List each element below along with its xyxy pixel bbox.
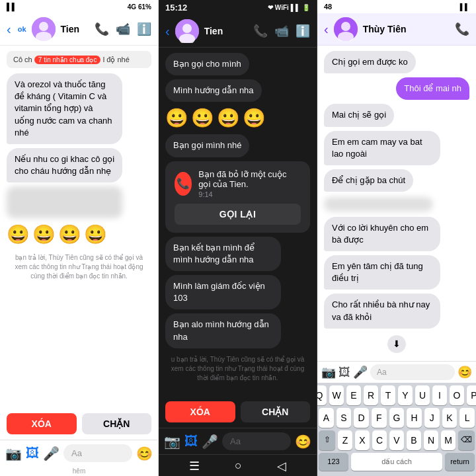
left-video-icon[interactable]: 📹	[116, 22, 130, 36]
key-shift[interactable]: ⇧	[319, 430, 335, 450]
center-photo-icon[interactable]: 🖼	[184, 434, 198, 449]
left-text-input[interactable]: Aa	[63, 444, 132, 462]
key-b[interactable]: B	[407, 430, 421, 450]
key-r[interactable]: R	[364, 385, 378, 405]
left-messages-area: Cô ch 7 tin nhắn chưa đọc l độ nhé Và or…	[0, 46, 158, 409]
center-contact-name: Tien	[204, 26, 223, 36]
key-j[interactable]: J	[424, 408, 440, 428]
center-panel: 15:12 ❤ WiFi ▌▌ 🔋 ‹ Tien 📞 📹 ℹ️ B	[159, 0, 317, 476]
left-status-bar: ▌▌ 4G 61%	[0, 0, 158, 13]
key-backspace[interactable]: ⌫	[458, 430, 475, 450]
center-delete-btn[interactable]: XÓA	[165, 401, 235, 422]
center-action-buttons: XÓA CHẶN	[159, 397, 317, 428]
right-mic-icon[interactable]: 🎤	[353, 365, 368, 379]
center-text-input[interactable]: Aa	[222, 432, 291, 450]
key-s[interactable]: S	[337, 408, 352, 428]
key-y[interactable]: Y	[398, 385, 413, 405]
key-a[interactable]: A	[319, 408, 334, 428]
left-panel: ▌▌ 4G 61% ‹ ok Tien 📞 📹 ℹ️ Cô ch	[0, 0, 159, 476]
key-p[interactable]: P	[467, 385, 476, 405]
key-u[interactable]: U	[415, 385, 430, 405]
keyboard-row-2: A S D F G H J K L	[319, 408, 475, 428]
key-o[interactable]: O	[450, 385, 464, 405]
center-msg-9: Bạn alo mình hướng dẫn nha	[165, 313, 281, 348]
right-emoji-icon[interactable]: 😊	[457, 365, 472, 379]
center-video-icon[interactable]: 📹	[274, 24, 289, 38]
center-notice: u bạn trả lời, Thùy Tiên cũng sẽ có thể …	[165, 352, 310, 385]
svg-point-7	[341, 22, 350, 31]
key-v[interactable]: V	[389, 430, 404, 450]
right-photo-icon[interactable]: 🖼	[338, 366, 350, 379]
key-w[interactable]: W	[329, 385, 344, 405]
left-emoji-icon[interactable]: 😊	[136, 446, 153, 461]
left-camera-icon[interactable]: 📷	[5, 446, 22, 461]
right-back-button[interactable]: ‹	[324, 22, 329, 37]
key-h[interactable]: H	[407, 408, 422, 428]
back-label: ok	[18, 25, 26, 33]
center-msg-4: Bạn gọi mình nhé	[165, 134, 249, 157]
left-bottom-indicator: hêm	[0, 466, 158, 476]
key-c[interactable]: C	[372, 430, 387, 450]
key-t[interactable]: T	[381, 385, 395, 405]
center-time: 15:12	[165, 3, 187, 13]
scroll-down-btn[interactable]: ⬇	[387, 335, 406, 353]
key-n[interactable]: N	[424, 430, 438, 450]
key-q[interactable]: Q	[317, 385, 327, 405]
center-chat-header: ‹ Tien 📞 📹 ℹ️	[159, 15, 317, 48]
center-block-btn[interactable]: CHẶN	[241, 401, 311, 422]
right-messages-area: Chị gọi em được ko Thôi để mai nh Mai ch…	[317, 46, 476, 361]
key-g[interactable]: G	[389, 408, 405, 428]
center-circle-icon[interactable]: ○	[235, 459, 242, 473]
key-return[interactable]: return	[445, 453, 475, 471]
left-block-btn[interactable]: CHẶN	[82, 413, 152, 434]
key-i[interactable]: I	[432, 385, 447, 405]
center-msg-1: Bạn gọi cho mình	[165, 53, 249, 75]
left-delete-btn[interactable]: XÓA	[7, 413, 77, 434]
key-k[interactable]: K	[442, 408, 457, 428]
left-msg-1: Và orezol và thuốc tăng đề kháng ( Vitam…	[7, 73, 122, 144]
center-wifi: WiFi	[275, 4, 289, 11]
left-mic-icon[interactable]: 🎤	[43, 446, 60, 461]
center-emoji-row: 😀😀😀😀	[165, 106, 266, 130]
center-status-bar: 15:12 ❤ WiFi ▌▌ 🔋	[159, 0, 317, 15]
left-battery: 61%	[138, 3, 151, 11]
key-z[interactable]: Z	[338, 430, 352, 450]
call-back-button[interactable]: GỌI LẠI	[175, 204, 301, 225]
back-button[interactable]: ‹	[7, 22, 11, 37]
center-call-icon[interactable]: 📞	[253, 24, 268, 38]
center-home-icon[interactable]: ☰	[189, 459, 200, 473]
key-f[interactable]: F	[372, 408, 387, 428]
key-d[interactable]: D	[354, 408, 369, 428]
center-camera-icon[interactable]: 📷	[164, 434, 180, 450]
key-m[interactable]: M	[441, 430, 456, 450]
key-l[interactable]: L	[459, 408, 475, 428]
center-mic-icon[interactable]: 🎤	[202, 434, 218, 450]
right-camera-icon[interactable]: 📷	[321, 365, 336, 379]
center-signal: ▌▌	[291, 4, 300, 11]
left-emoji-row: 😀😀😀😀	[7, 222, 107, 247]
left-photo-icon[interactable]: 🖼	[26, 446, 39, 461]
right-emoji-input-bar: 📷 🖼 🎤 Aa 😊	[317, 361, 476, 383]
center-msg-7: Bạn kết bạn mình để mình hướng dẫn nha	[165, 237, 281, 271]
keyboard-row-3: ⇧ Z X C V B N M ⌫	[319, 430, 475, 450]
center-info-icon[interactable]: ℹ️	[296, 24, 310, 38]
right-time: 48	[324, 3, 332, 11]
right-panel: 48 ▌▌ ‹ Thùy Tiên 📞 Chị gọi em được ko T…	[317, 0, 476, 476]
left-info-icon[interactable]: ℹ️	[137, 22, 151, 36]
center-emoji-icon[interactable]: 😊	[295, 434, 311, 450]
right-call-icon[interactable]: 📞	[455, 22, 469, 36]
right-text-input[interactable]: Aa	[370, 364, 455, 380]
svg-point-4	[182, 24, 192, 33]
right-msg-8: Em yên tâm chị đã tung điều trị	[324, 255, 440, 290]
left-call-icon[interactable]: 📞	[95, 22, 109, 36]
missed-call-text: Bạn đã bỏ lỡ một cuộc gọi của Tien.	[198, 169, 301, 189]
center-back-button[interactable]: ‹	[165, 24, 170, 39]
center-back-nav-icon[interactable]: ◁	[277, 459, 286, 473]
right-avatar	[334, 17, 358, 41]
key-x[interactable]: X	[355, 430, 370, 450]
key-numbers[interactable]: 123	[319, 453, 348, 471]
right-msg-4: Em em cam may va bat lao ngoài	[324, 131, 440, 165]
right-censored-msg	[324, 197, 433, 211]
key-e[interactable]: E	[346, 385, 361, 405]
key-space[interactable]: dấu cách	[351, 453, 442, 471]
